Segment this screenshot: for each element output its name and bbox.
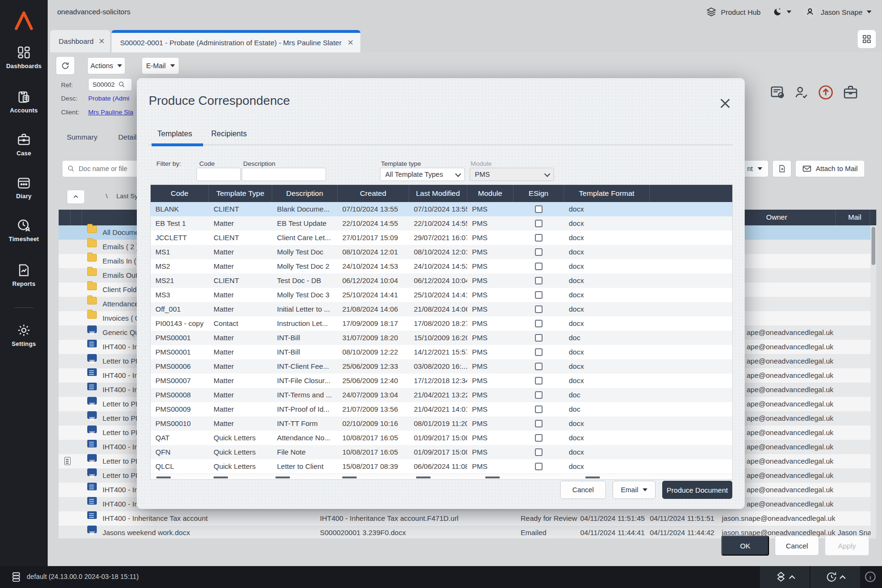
module-select[interactable]: PMS [470,168,554,181]
page-cancel-button[interactable]: Cancel [775,536,819,556]
refresh-button[interactable] [56,56,75,75]
esign-checkbox[interactable] [535,320,543,327]
ok-button[interactable]: OK [721,536,769,556]
esign-checkbox[interactable] [535,277,543,284]
template-row[interactable]: QLCL Quick Letters Letter to Client 15/0… [151,459,732,474]
template-row[interactable]: PMS00007 Matter INT-File Closur... 25/06… [151,374,732,388]
template-row[interactable]: BLANK CLIENT Blank Docume... 07/10/2024 … [151,202,732,216]
sidebar-item-dashboards[interactable]: Dashboards [0,45,48,70]
template-row[interactable]: PI00143 - copy Contact Instruction Let..… [151,316,732,331]
owner-column-header[interactable]: Owner [766,213,787,221]
modal-tab-recipients[interactable]: Recipients [211,130,247,138]
esign-checkbox[interactable] [535,234,543,242]
esign-checkbox[interactable] [535,377,543,385]
template-row[interactable]: MS1 Matter Molly Test Doc 08/10/2024 12:… [151,245,732,259]
theme-toggle[interactable] [773,7,791,17]
user-menu[interactable]: Jason Snape [804,6,872,18]
column-options-icon[interactable]: ⋮ [875,213,876,222]
scrollbar-thumb[interactable] [872,227,875,265]
esign-checkbox[interactable] [535,434,543,442]
actions-button[interactable]: Actions [87,57,125,74]
doc-search-box[interactable] [62,160,142,177]
template-row[interactable]: MS2 Matter Molly Test Doc 2 24/10/2024 1… [151,259,732,274]
esign-checkbox[interactable] [535,406,543,413]
esign-checkbox[interactable] [535,420,543,427]
esign-checkbox[interactable] [535,363,543,370]
esign-checkbox[interactable] [535,463,543,470]
modal-tab-templates[interactable]: Templates [157,130,192,138]
history-sync-button[interactable] [810,566,860,588]
template-row[interactable]: PMS00006 Matter INT-Client Fee... 25/06/… [151,359,732,374]
header-module[interactable]: Module [467,185,513,202]
document-action-button[interactable] [772,160,791,177]
template-row[interactable]: JCCLETT CLIENT Client Care Let... 27/01/… [151,231,732,245]
description-filter-input[interactable] [242,168,326,181]
briefcase-icon[interactable] [842,84,859,101]
close-icon[interactable] [718,96,732,111]
vertical-scrollbar[interactable] [871,225,876,538]
sidebar-item-accounts[interactable]: Accounts [0,90,48,114]
ref-value-field[interactable] [89,81,118,88]
info-icon[interactable] [864,570,877,583]
produce-document-button[interactable]: Produce Document [662,481,732,499]
template-row[interactable]: MS3 Matter Molly Test Doc 3 25/10/2024 1… [151,288,732,302]
layout-grid-button[interactable] [858,30,876,48]
template-type-select[interactable]: All Template Types [380,168,465,181]
mail-column-header[interactable]: Mail [848,213,861,221]
sidebar-item-settings[interactable]: Settings [0,323,48,347]
template-row[interactable]: QFN Quick Letters File Note 10/08/2017 1… [151,445,732,459]
close-icon[interactable]: ✕ [343,38,354,47]
header-last-modified[interactable]: Last Modified [409,185,467,202]
collapse-button[interactable] [67,190,85,204]
document-row[interactable]: IHT400 - Inheritance Tax account IHT400 … [59,511,876,526]
client-link[interactable]: Mrs Pauline Sla [88,109,133,116]
person-check-icon[interactable] [793,84,810,101]
close-icon[interactable]: ✕ [93,37,104,46]
modal-cancel-button[interactable]: Cancel [560,481,606,499]
esign-checkbox[interactable] [535,220,543,227]
esign-checkbox[interactable] [535,391,543,399]
search-icon[interactable] [118,81,125,88]
code-filter-input[interactable] [197,168,240,181]
esign-checkbox[interactable] [535,348,543,356]
header-code[interactable]: Code [151,185,209,202]
sidebar-item-case[interactable]: Case [0,132,48,157]
template-row[interactable]: EB Test 1 Matter EB Test Update 22/10/20… [151,216,732,231]
template-row[interactable]: PMS00001 Matter INT-Bill 08/10/2009 12:2… [151,345,732,359]
template-row[interactable]: PMS00009 Matter INT-Proof of Id... 21/07… [151,402,732,416]
apply-button[interactable]: Apply [825,536,869,556]
product-hub-button[interactable]: Product Hub [706,7,760,17]
esign-checkbox[interactable] [535,305,543,313]
template-row[interactable]: PMS00001 Matter INT-Bill 31/07/2009 18:2… [151,331,732,345]
sidebar-item-reports[interactable]: Reports [0,263,48,287]
ref-input[interactable] [88,78,132,91]
sync-layers-button[interactable] [760,566,810,588]
esign-checkbox[interactable] [535,334,543,342]
template-row[interactable]: Off_001 Matter Initial Letter to ... 21/… [151,302,732,316]
template-row[interactable]: PMS00008 Matter INT-Terms and ... 24/07/… [151,388,732,402]
header-created[interactable]: Created [338,185,409,202]
esign-checkbox[interactable] [535,248,543,256]
template-row[interactable]: QAT Quick Letters Attendance No... 10/08… [151,431,732,445]
esign-checkbox[interactable] [535,263,543,270]
template-row[interactable]: MS21 CLIENT Test Doc - DB 06/12/2024 10:… [151,274,732,288]
sidebar-item-diary[interactable]: Diary [0,175,48,200]
esign-checkbox[interactable] [535,205,543,213]
email-dropdown-button[interactable]: E-Mail [142,57,179,74]
template-row[interactable]: PMS00010 Matter INT-TT Form 02/10/2009 1… [151,416,732,431]
desc-link[interactable]: Probate (Admi [88,95,129,102]
header-description[interactable]: Description [272,185,338,202]
upload-icon[interactable] [817,84,834,101]
esign-checkbox[interactable] [535,448,543,456]
attach-to-mail-button[interactable]: Attach to Mail [795,160,865,177]
header-esign[interactable]: ESign [513,185,564,202]
tab-case[interactable]: S00002-0001 - Probate (Administration of… [112,30,360,52]
modal-email-button[interactable]: Email [613,481,656,499]
tab-dashboard[interactable]: Dashboard ✕ [50,30,110,52]
certificate-icon[interactable] [769,84,786,101]
header-template-type[interactable]: Template Type [209,185,272,202]
tab-summary[interactable]: Summary [67,133,97,141]
header-template-format[interactable]: Template Format [564,185,650,202]
esign-checkbox[interactable] [535,291,543,299]
sidebar-item-timesheet[interactable]: Timesheet [0,218,48,243]
